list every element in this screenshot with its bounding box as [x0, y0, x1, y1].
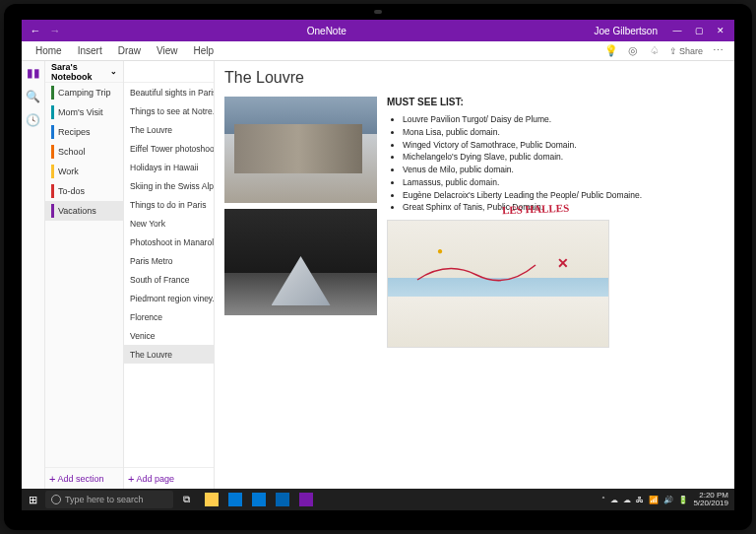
user-name[interactable]: Joe Gilbertson — [585, 26, 667, 36]
list-item: Mona Lisa, public domain. — [403, 126, 724, 139]
tray-network-icon[interactable]: 🖧 — [636, 496, 644, 504]
ink-annotation: LES HALLES — [502, 202, 570, 216]
chevron-down-icon: ⌄ — [110, 67, 117, 76]
list-item: Eugène Delacroix's Liberty Leading the P… — [403, 189, 724, 202]
window-titlebar: ← → OneNote Joe Gilbertson — ▢ ✕ — [22, 20, 734, 41]
taskbar-app-mail[interactable] — [248, 489, 270, 510]
menu-view[interactable]: View — [149, 45, 186, 56]
section-item[interactable]: Vacations — [45, 201, 123, 221]
menu-draw[interactable]: Draw — [110, 45, 149, 56]
tray-onedrive-icon[interactable]: ☁ — [610, 496, 618, 504]
tray-chevron-icon[interactable]: ˄ — [601, 496, 605, 504]
image-map[interactable]: LES HALLES ● ✕ — [387, 220, 609, 348]
menu-insert[interactable]: Insert — [70, 45, 110, 56]
section-item[interactable]: Recipes — [45, 122, 123, 142]
page-item[interactable]: Venice — [124, 326, 214, 345]
tray-onedrive2-icon[interactable]: ☁ — [623, 496, 631, 504]
minimize-button[interactable]: — — [667, 23, 687, 38]
section-item[interactable]: To-dos — [45, 181, 123, 201]
search-icon[interactable]: 🔍 — [26, 89, 41, 104]
start-button[interactable]: ⊞ — [22, 489, 43, 510]
page-item[interactable]: Photoshoot in Manarola — [124, 233, 214, 251]
sections-panel: Sara's Notebook⌄ Camping TripMom's Visit… — [45, 61, 124, 489]
must-see-heading: MUST SEE LIST: — [387, 97, 724, 107]
list-item: Lamassus, public domain. — [403, 176, 724, 189]
more-icon[interactable]: ⋯ — [711, 44, 724, 58]
page-item[interactable]: Things to do in Paris — [124, 195, 214, 214]
maximize-button[interactable]: ▢ — [689, 23, 709, 38]
list-item: Winged Victory of Samothrace, Public Dom… — [403, 139, 724, 152]
notebooks-icon[interactable]: ▮▮ — [26, 65, 41, 81]
notebook-dropdown[interactable]: Sara's Notebook⌄ — [45, 61, 123, 83]
tray-battery-icon[interactable]: 🔋 — [678, 496, 688, 504]
recent-icon[interactable]: 🕓 — [26, 112, 41, 128]
must-see-list: Louvre Pavilion Turgot/ Daisy de Plume.M… — [387, 113, 724, 214]
menu-help[interactable]: Help — [186, 45, 222, 56]
share-button[interactable]: ⇪Share — [669, 44, 703, 58]
pages-panel: Beautiful sights in ParisThings to see a… — [124, 61, 215, 489]
page-item[interactable]: Holidays in Hawaii — [124, 158, 214, 176]
menu-home[interactable]: Home — [28, 45, 70, 56]
taskbar-app-store[interactable] — [224, 489, 246, 510]
list-item: Venus de Milo, public domain. — [403, 164, 724, 176]
page-item[interactable]: Skiing in the Swiss Alps — [124, 176, 214, 195]
page-item[interactable]: Eiffel Tower photoshoot — [124, 139, 214, 158]
page-item[interactable]: The Louvre — [124, 345, 214, 364]
app-title: OneNote — [69, 26, 585, 36]
task-view-button[interactable]: ⧉ — [175, 489, 197, 510]
page-item[interactable]: Paris Metro — [124, 251, 214, 270]
location-icon[interactable]: ◎ — [626, 44, 640, 58]
ribbon-menubar: Home Insert Draw View Help 💡 ◎ ♤ ⇪Share … — [22, 41, 734, 61]
page-item[interactable]: South of France — [124, 270, 214, 289]
close-button[interactable]: ✕ — [711, 23, 730, 38]
add-page-button[interactable]: +Add page — [124, 467, 214, 489]
image-louvre-pyramid[interactable] — [224, 209, 377, 315]
page-item[interactable]: Things to see at Notre... — [124, 101, 214, 120]
page-item[interactable]: Beautiful sights in Paris — [124, 83, 214, 101]
map-x-mark: ✕ — [557, 255, 569, 271]
taskbar-app-photos[interactable] — [272, 489, 293, 510]
section-item[interactable]: Camping Trip — [45, 83, 123, 102]
taskbar-search[interactable]: Type here to search — [45, 491, 173, 508]
page-item[interactable]: Florence — [124, 307, 214, 326]
taskbar-clock[interactable]: 2:20 PM 5/20/2019 — [693, 492, 728, 507]
windows-taskbar: ⊞ Type here to search ⧉ ˄ ☁ ☁ 🖧 📶 🔊 🔋 — [22, 489, 734, 510]
note-canvas[interactable]: The Louvre MUST SEE LIST: Louvre Pavilio… — [215, 61, 734, 489]
lightbulb-icon[interactable]: 💡 — [604, 44, 618, 58]
section-item[interactable]: Mom's Visit — [45, 102, 123, 122]
taskbar-app-onenote[interactable] — [295, 489, 317, 510]
cortana-icon — [51, 495, 61, 504]
back-button[interactable]: ← — [30, 25, 41, 36]
list-item: Louvre Pavilion Turgot/ Daisy de Plume. — [403, 113, 724, 126]
nav-rail: ▮▮ 🔍 🕓 — [22, 61, 45, 489]
taskbar-app-explorer[interactable] — [201, 489, 222, 510]
bell-icon[interactable]: ♤ — [648, 44, 662, 58]
page-title[interactable]: The Louvre — [224, 69, 724, 87]
section-item[interactable]: School — [45, 142, 123, 162]
page-item[interactable]: Piedmont region viney... — [124, 289, 214, 307]
page-item[interactable]: New York — [124, 214, 214, 233]
section-item[interactable]: Work — [45, 162, 123, 181]
add-section-button[interactable]: +Add section — [45, 467, 123, 489]
page-item[interactable]: The Louvre — [124, 120, 214, 139]
image-louvre-exterior[interactable] — [224, 97, 377, 203]
tray-volume-icon[interactable]: 🔊 — [663, 496, 673, 504]
list-item: Michelangelo's Dying Slave, public domai… — [403, 151, 724, 164]
forward-button[interactable]: → — [49, 25, 61, 36]
tray-wifi-icon[interactable]: 📶 — [649, 496, 659, 504]
